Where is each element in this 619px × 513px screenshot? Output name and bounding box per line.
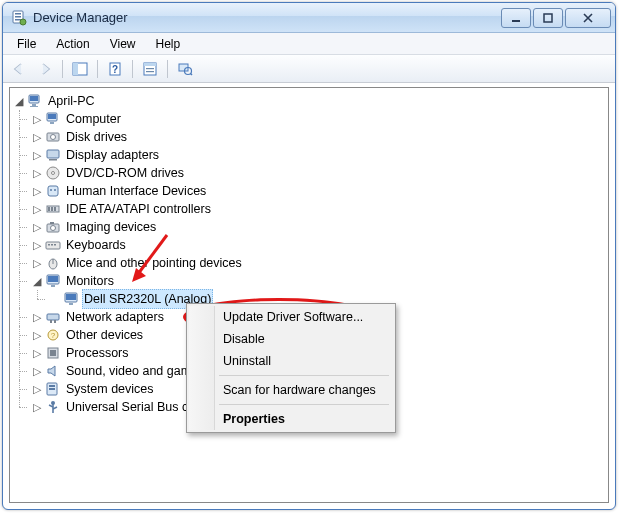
- svg-rect-13: [146, 68, 154, 69]
- svg-rect-37: [54, 207, 56, 211]
- category-icon: ?: [45, 327, 61, 343]
- tree-category[interactable]: ▷IDE ATA/ATAPI controllers: [12, 200, 606, 218]
- svg-rect-36: [51, 207, 53, 211]
- monitor-icon: [63, 291, 79, 307]
- expander-icon[interactable]: ▷: [30, 236, 44, 254]
- svg-rect-12: [144, 63, 156, 66]
- category-icon: [45, 363, 61, 379]
- expander-icon[interactable]: ▷: [30, 326, 44, 344]
- expander-icon[interactable]: ▷: [30, 344, 44, 362]
- expander-icon[interactable]: ▷: [30, 218, 44, 236]
- back-button[interactable]: [7, 58, 31, 80]
- tree-category-label: Other devices: [64, 326, 145, 344]
- svg-rect-2: [15, 16, 21, 18]
- menu-help[interactable]: Help: [146, 35, 191, 53]
- tree-category[interactable]: ▷Keyboards: [12, 236, 606, 254]
- svg-rect-52: [69, 303, 73, 305]
- window-title: Device Manager: [33, 10, 501, 25]
- svg-rect-62: [49, 388, 55, 390]
- device-tree-panel[interactable]: ◢ April-PC ▷Computer▷Disk drives▷Display…: [9, 87, 609, 503]
- tree-category[interactable]: ▷Mice and other pointing devices: [12, 254, 606, 272]
- scan-hardware-button[interactable]: [173, 58, 197, 80]
- svg-rect-35: [48, 207, 50, 211]
- menu-view[interactable]: View: [100, 35, 146, 53]
- svg-rect-20: [32, 104, 36, 106]
- svg-rect-14: [146, 71, 154, 72]
- expander-icon[interactable]: ▷: [30, 146, 44, 164]
- expander-icon[interactable]: ▷: [30, 128, 44, 146]
- menu-file[interactable]: File: [7, 35, 46, 53]
- tree-category[interactable]: ▷DVD/CD-ROM drives: [12, 164, 606, 182]
- svg-point-39: [51, 226, 56, 231]
- cm-properties[interactable]: Properties: [189, 408, 393, 430]
- forward-button[interactable]: [33, 58, 57, 80]
- tree-category[interactable]: ◢Monitors: [12, 272, 606, 290]
- expander-icon[interactable]: ▷: [30, 164, 44, 182]
- svg-rect-55: [54, 320, 56, 323]
- titlebar[interactable]: Device Manager: [3, 3, 615, 33]
- app-icon: [11, 10, 27, 26]
- tree-root-label: April-PC: [46, 92, 97, 110]
- toolbar: ?: [3, 55, 615, 83]
- expander-icon[interactable]: ◢: [30, 272, 44, 290]
- svg-rect-23: [48, 114, 56, 119]
- svg-text:?: ?: [51, 331, 56, 340]
- menu-action[interactable]: Action: [46, 35, 99, 53]
- tree-category[interactable]: ▷Computer: [12, 110, 606, 128]
- expander-icon[interactable]: ▷: [30, 362, 44, 380]
- cm-scan[interactable]: Scan for hardware changes: [189, 379, 393, 401]
- scan-icon: [177, 61, 193, 77]
- tree-category[interactable]: ▷Human Interface Devices: [12, 182, 606, 200]
- expander-icon[interactable]: ▷: [30, 308, 44, 326]
- svg-point-33: [54, 189, 56, 191]
- expander-icon[interactable]: ▷: [30, 110, 44, 128]
- expander-icon[interactable]: ▷: [30, 380, 44, 398]
- help-icon: ?: [107, 61, 123, 77]
- svg-rect-6: [544, 14, 552, 22]
- help-button[interactable]: ?: [103, 58, 127, 80]
- tree-category-label: Imaging devices: [64, 218, 158, 236]
- cm-separator: [219, 375, 389, 376]
- cm-disable[interactable]: Disable: [189, 328, 393, 350]
- cm-uninstall[interactable]: Uninstall: [189, 350, 393, 372]
- expander-icon[interactable]: ▷: [30, 254, 44, 272]
- maximize-button[interactable]: [533, 8, 563, 28]
- minimize-button[interactable]: [501, 8, 531, 28]
- expander-icon[interactable]: ▷: [30, 182, 44, 200]
- menubar: File Action View Help: [3, 33, 615, 55]
- properties-icon: [142, 62, 158, 76]
- device-manager-window: Device Manager File Action View Help: [2, 2, 616, 510]
- tree-category-label: Keyboards: [64, 236, 128, 254]
- show-hide-tree-button[interactable]: [68, 58, 92, 80]
- tree-category[interactable]: ▷Display adapters: [12, 146, 606, 164]
- expander-icon[interactable]: ◢: [12, 92, 26, 110]
- close-button[interactable]: [565, 8, 611, 28]
- properties-button[interactable]: [138, 58, 162, 80]
- tree-root[interactable]: ◢ April-PC: [12, 92, 606, 110]
- category-icon: [45, 255, 61, 271]
- cm-update-driver[interactable]: Update Driver Software...: [189, 306, 393, 328]
- svg-text:?: ?: [112, 64, 118, 75]
- expander-icon[interactable]: ▷: [30, 200, 44, 218]
- category-icon: [45, 183, 61, 199]
- svg-rect-49: [51, 285, 55, 287]
- tree-category-label: IDE ATA/ATAPI controllers: [64, 200, 213, 218]
- tree-category[interactable]: ▷Disk drives: [12, 128, 606, 146]
- svg-rect-28: [49, 159, 57, 161]
- category-icon: [45, 165, 61, 181]
- cm-separator: [219, 404, 389, 405]
- tree-category-label: Computer: [64, 110, 123, 128]
- category-icon: [45, 219, 61, 235]
- tree-category[interactable]: ▷Imaging devices: [12, 218, 606, 236]
- svg-rect-1: [15, 13, 21, 15]
- svg-rect-43: [51, 244, 53, 246]
- tree-category-label: DVD/CD-ROM drives: [64, 164, 186, 182]
- svg-line-17: [191, 73, 193, 75]
- svg-point-26: [51, 135, 56, 140]
- expander-icon[interactable]: ▷: [30, 398, 44, 416]
- svg-rect-44: [54, 244, 56, 246]
- svg-point-4: [20, 19, 26, 25]
- computer-icon: [27, 93, 43, 109]
- tree-category-label: Mice and other pointing devices: [64, 254, 244, 272]
- tree-category-label: Disk drives: [64, 128, 129, 146]
